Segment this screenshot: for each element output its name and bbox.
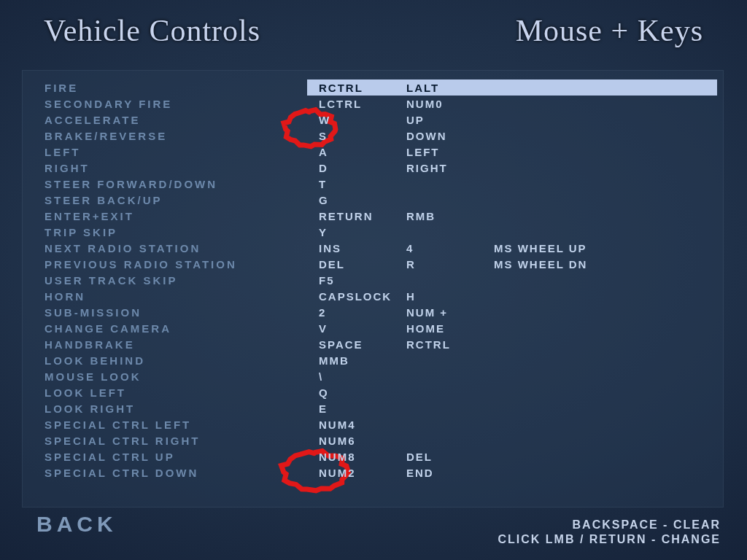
page-title: Vehicle Controls xyxy=(44,13,260,48)
binding-row[interactable]: TRIP SKIPY xyxy=(23,224,723,240)
binding-label: FIRE xyxy=(44,82,78,94)
binding-row[interactable]: STEER BACK/UPG xyxy=(23,192,723,208)
binding-key-primary[interactable]: E xyxy=(314,402,332,415)
hint-change: CLICK LMB / RETURN - CHANGE xyxy=(498,532,721,547)
binding-row[interactable]: BRAKE/REVERSESDOWN xyxy=(23,128,723,144)
binding-row[interactable]: LOOK RIGHTE xyxy=(23,400,723,416)
binding-label: HORN xyxy=(44,290,85,303)
binding-label: LOOK BEHIND xyxy=(44,354,145,367)
binding-row[interactable]: SPECIAL CTRL UPNUM8DEL xyxy=(23,448,723,464)
binding-key-primary[interactable]: G xyxy=(314,194,333,206)
binding-key-primary[interactable]: Q xyxy=(314,386,333,399)
binding-key-primary[interactable]: Y xyxy=(314,226,332,238)
binding-label: SPECIAL CTRL RIGHT xyxy=(44,435,200,447)
binding-key-secondary[interactable]: DEL xyxy=(402,451,437,463)
binding-row[interactable]: ENTER+EXITRETURNRMB xyxy=(23,208,723,224)
binding-key-secondary[interactable]: HOME xyxy=(402,322,449,335)
row-selection-highlight xyxy=(307,79,717,96)
binding-key-secondary[interactable]: DOWN xyxy=(402,130,452,142)
binding-key-primary[interactable]: LCTRL xyxy=(314,98,366,110)
binding-key-secondary[interactable]: LEFT xyxy=(402,146,444,158)
binding-row[interactable]: SUB-MISSION2NUM + xyxy=(23,304,723,320)
binding-label: SUB-MISSION xyxy=(44,306,142,319)
binding-key-primary[interactable]: NUM4 xyxy=(314,419,360,431)
hint-clear: BACKSPACE - CLEAR xyxy=(498,518,721,532)
binding-key-secondary[interactable]: 4 xyxy=(402,242,418,254)
binding-key-secondary[interactable]: LALT xyxy=(402,82,444,94)
binding-row[interactable]: ACCELERATEWUP xyxy=(23,112,723,128)
binding-key-secondary[interactable]: RCTRL xyxy=(402,338,455,351)
bindings-panel: FIRERCTRLLALTSECONDARY FIRELCTRLNUM0ACCE… xyxy=(22,70,724,508)
binding-row[interactable]: LEFTALEFT xyxy=(23,144,723,160)
back-button[interactable]: BACK xyxy=(36,512,117,537)
binding-label: HANDBRAKE xyxy=(44,338,135,351)
binding-key-primary[interactable]: V xyxy=(314,322,332,335)
binding-key-primary[interactable]: MMB xyxy=(314,354,354,367)
binding-row[interactable]: SECONDARY FIRELCTRLNUM0 xyxy=(23,96,723,112)
binding-label: STEER BACK/UP xyxy=(44,194,163,206)
binding-row[interactable]: NEXT RADIO STATIONINS4MS WHEEL UP xyxy=(23,240,723,256)
binding-row[interactable]: PREVIOUS RADIO STATIONDELRMS WHEEL DN xyxy=(23,256,723,272)
binding-label: SPECIAL CTRL DOWN xyxy=(44,467,198,479)
binding-row[interactable]: SPECIAL CTRL DOWNNUM2END xyxy=(23,464,723,481)
binding-label: LOOK LEFT xyxy=(44,386,126,399)
binding-key-secondary[interactable]: NUM + xyxy=(402,306,452,319)
binding-key-primary[interactable]: INS xyxy=(314,242,346,254)
binding-label: LOOK RIGHT xyxy=(44,402,135,415)
binding-label: CHANGE CAMERA xyxy=(44,322,171,335)
binding-row[interactable]: USER TRACK SKIPF5 xyxy=(23,272,723,288)
header: Vehicle Controls Mouse + Keys xyxy=(0,13,747,48)
binding-row[interactable]: SPECIAL CTRL RIGHTNUM6 xyxy=(23,432,723,448)
binding-key-tertiary[interactable]: MS WHEEL DN xyxy=(489,258,592,271)
binding-key-primary[interactable]: \ xyxy=(314,370,328,383)
control-scheme-label[interactable]: Mouse + Keys xyxy=(516,13,703,48)
binding-key-primary[interactable]: RETURN xyxy=(314,210,378,222)
binding-row[interactable]: HANDBRAKESPACERCTRL xyxy=(23,336,723,352)
binding-key-primary[interactable]: NUM8 xyxy=(314,451,360,463)
binding-key-primary[interactable]: S xyxy=(314,130,332,142)
binding-row[interactable]: STEER FORWARD/DOWNT xyxy=(23,176,723,192)
binding-row[interactable]: MOUSE LOOK\ xyxy=(23,368,723,384)
binding-label: SECONDARY FIRE xyxy=(44,98,172,110)
binding-key-primary[interactable]: NUM2 xyxy=(314,467,360,479)
binding-key-secondary[interactable]: H xyxy=(402,290,420,303)
binding-key-secondary[interactable]: R xyxy=(402,258,420,271)
binding-key-primary[interactable]: 2 xyxy=(314,306,330,319)
binding-key-primary[interactable]: CAPSLOCK xyxy=(314,290,396,303)
binding-label: SPECIAL CTRL UP xyxy=(44,451,175,463)
binding-row[interactable]: LOOK LEFTQ xyxy=(23,384,723,400)
binding-row[interactable]: SPECIAL CTRL LEFTNUM4 xyxy=(23,416,723,432)
binding-key-primary[interactable]: DEL xyxy=(314,258,349,271)
binding-label: LEFT xyxy=(44,146,81,158)
binding-row[interactable]: RIGHTDRIGHT xyxy=(23,160,723,176)
binding-row[interactable]: HORNCAPSLOCKH xyxy=(23,288,723,304)
binding-key-primary[interactable]: W xyxy=(314,114,335,126)
binding-label: ENTER+EXIT xyxy=(44,210,134,222)
binding-key-primary[interactable]: A xyxy=(314,146,333,158)
binding-label: MOUSE LOOK xyxy=(44,370,142,383)
binding-key-secondary[interactable]: RIGHT xyxy=(402,162,452,174)
binding-key-primary[interactable]: RCTRL xyxy=(314,82,368,94)
binding-key-tertiary[interactable]: MS WHEEL UP xyxy=(489,242,592,254)
binding-row[interactable]: CHANGE CAMERAVHOME xyxy=(23,320,723,336)
binding-key-primary[interactable]: NUM6 xyxy=(314,435,360,447)
binding-key-secondary[interactable]: RMB xyxy=(402,210,440,222)
footer-hints: BACKSPACE - CLEAR CLICK LMB / RETURN - C… xyxy=(498,518,721,547)
binding-row[interactable]: FIRERCTRLLALT xyxy=(23,79,723,96)
binding-label: ACCELERATE xyxy=(44,114,140,126)
binding-label: SPECIAL CTRL LEFT xyxy=(44,419,191,431)
binding-label: TRIP SKIP xyxy=(44,226,117,238)
binding-key-primary[interactable]: D xyxy=(314,162,333,174)
binding-label: PREVIOUS RADIO STATION xyxy=(44,258,237,271)
binding-key-secondary[interactable]: END xyxy=(402,467,438,479)
binding-key-primary[interactable]: F5 xyxy=(314,274,339,287)
binding-label: USER TRACK SKIP xyxy=(44,274,178,287)
binding-key-primary[interactable]: T xyxy=(314,178,331,190)
binding-row[interactable]: LOOK BEHINDMMB xyxy=(23,352,723,368)
binding-key-secondary[interactable]: NUM0 xyxy=(402,98,448,110)
controls-screen: { "header": { "title_left": "Vehicle Con… xyxy=(0,0,747,560)
binding-label: RIGHT xyxy=(44,162,90,174)
binding-key-primary[interactable]: SPACE xyxy=(314,338,368,351)
bindings-list: FIRERCTRLLALTSECONDARY FIRELCTRLNUM0ACCE… xyxy=(23,79,723,481)
binding-key-secondary[interactable]: UP xyxy=(402,114,429,126)
